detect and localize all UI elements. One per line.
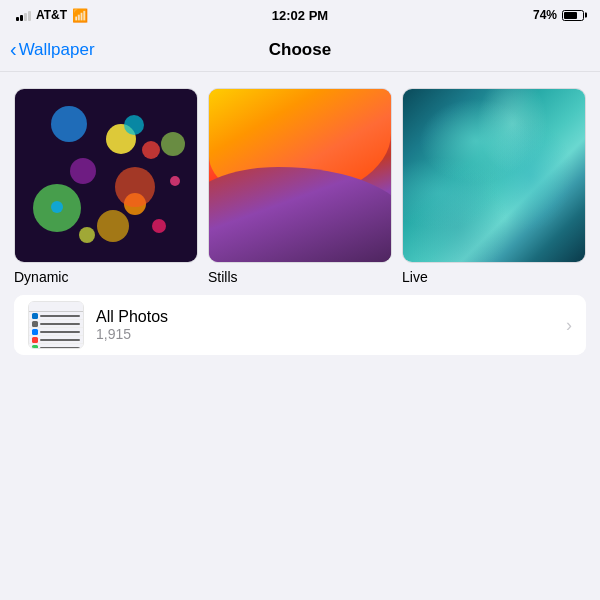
status-bar: AT&T 📶 12:02 PM 74% — [0, 0, 600, 28]
battery-percentage: 74% — [533, 8, 557, 22]
wallpaper-dynamic[interactable]: Dynamic — [14, 88, 198, 285]
all-photos-row[interactable]: All Photos 1,915 › — [14, 295, 586, 355]
status-left: AT&T 📶 — [16, 8, 88, 23]
signal-bar-2 — [20, 15, 23, 21]
live-thumbnail — [402, 88, 586, 263]
stills-thumbnail — [208, 88, 392, 263]
stills-bg — [209, 89, 391, 262]
mini-icon-1 — [32, 313, 38, 319]
mini-icon-3 — [32, 329, 38, 335]
photos-list-section: All Photos 1,915 › — [14, 295, 586, 355]
dynamic-thumbnail — [14, 88, 198, 263]
mini-icon-2 — [32, 321, 38, 327]
mini-settings-preview — [29, 302, 83, 348]
mini-text-2 — [40, 323, 80, 325]
mini-icon-5 — [32, 345, 38, 349]
signal-bar-3 — [24, 13, 27, 21]
stills-wave2 — [208, 167, 392, 262]
page-title: Choose — [269, 40, 331, 60]
live-smoke — [403, 89, 585, 262]
wifi-icon: 📶 — [72, 8, 88, 23]
stills-label: Stills — [208, 269, 238, 285]
battery-icon — [562, 10, 584, 21]
dynamic-label: Dynamic — [14, 269, 68, 285]
back-label: Wallpaper — [19, 40, 95, 60]
chevron-right-icon: › — [566, 315, 572, 336]
mini-text-1 — [40, 315, 80, 317]
wallpaper-grid: Dynamic Stills Live — [14, 88, 586, 285]
mini-row-3 — [29, 328, 83, 336]
live-bg — [403, 89, 585, 262]
all-photos-title: All Photos — [96, 308, 566, 326]
back-button[interactable]: ‹ Wallpaper — [10, 38, 95, 61]
wallpaper-stills[interactable]: Stills — [208, 88, 392, 285]
signal-bar-1 — [16, 17, 19, 21]
mini-header — [29, 302, 83, 312]
signal-bars — [16, 9, 31, 21]
mini-row-5 — [29, 344, 83, 348]
carrier-label: AT&T — [36, 8, 67, 22]
live-label: Live — [402, 269, 428, 285]
nav-bar: ‹ Wallpaper Choose — [0, 28, 600, 72]
wallpaper-live[interactable]: Live — [402, 88, 586, 285]
mini-row-1 — [29, 312, 83, 320]
content-area: Dynamic Stills Live — [0, 72, 600, 371]
mini-text-3 — [40, 331, 80, 333]
mini-row-4 — [29, 336, 83, 344]
dynamic-bg — [15, 89, 197, 262]
mini-icon-4 — [32, 337, 38, 343]
status-time: 12:02 PM — [272, 8, 328, 23]
all-photos-row-content: All Photos 1,915 — [28, 301, 566, 349]
battery-fill — [564, 12, 577, 19]
status-right: 74% — [533, 8, 584, 22]
mini-row-2 — [29, 320, 83, 328]
signal-bar-4 — [28, 11, 31, 21]
mini-text-4 — [40, 339, 80, 341]
photos-thumbnail — [28, 301, 84, 349]
all-photos-text: All Photos 1,915 — [96, 308, 566, 342]
all-photos-count: 1,915 — [96, 326, 566, 342]
chevron-left-icon: ‹ — [10, 38, 17, 61]
mini-text-5 — [40, 347, 80, 349]
